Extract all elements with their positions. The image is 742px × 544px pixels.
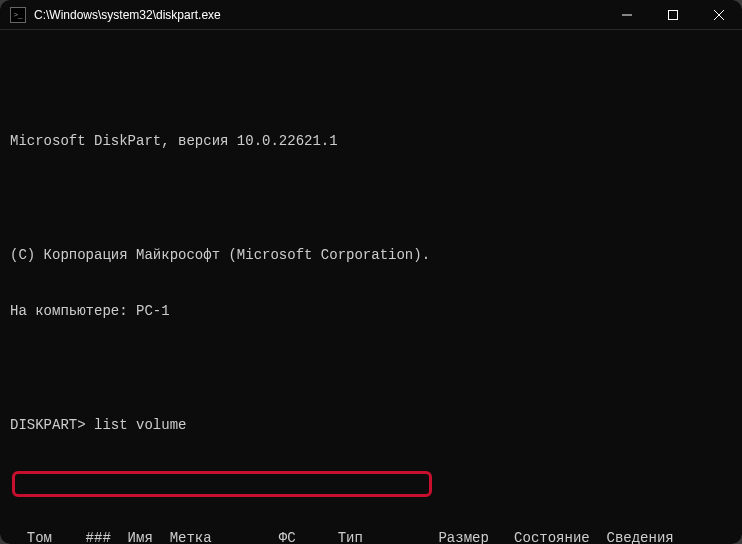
maximize-button[interactable] bbox=[650, 0, 696, 29]
window-controls bbox=[604, 0, 742, 29]
window-title: C:\Windows\system32\diskpart.exe bbox=[34, 8, 604, 22]
command-text: list volume bbox=[94, 417, 186, 433]
close-button[interactable] bbox=[696, 0, 742, 29]
copyright-text: (C) Корпорация Майкрософт (Microsoft Cor… bbox=[10, 246, 732, 265]
table-header: Том ### Имя Метка ФС Тип Размер Состояни… bbox=[10, 529, 732, 544]
minimize-button[interactable] bbox=[604, 0, 650, 29]
prompt-line: DISKPART> list volume bbox=[10, 416, 732, 435]
titlebar[interactable]: >_ C:\Windows\system32\diskpart.exe bbox=[0, 0, 742, 30]
app-icon: >_ bbox=[10, 7, 26, 23]
computer-text: На компьютере: PC-1 bbox=[10, 302, 732, 321]
version-text: Microsoft DiskPart, версия 10.0.22621.1 bbox=[10, 132, 732, 151]
console-output[interactable]: Microsoft DiskPart, версия 10.0.22621.1 … bbox=[0, 30, 742, 544]
terminal-window: >_ C:\Windows\system32\diskpart.exe Micr… bbox=[0, 0, 742, 544]
svg-rect-1 bbox=[669, 10, 678, 19]
